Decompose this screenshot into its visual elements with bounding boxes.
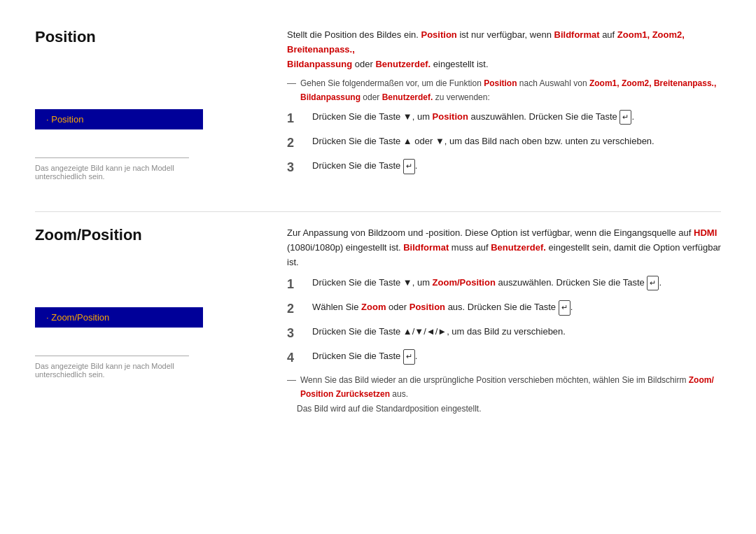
note-text-zoom: Das angezeigte Bild kann je nach Modell … [35, 362, 174, 379]
zoom-step-3: 3 Drücken Sie die Taste ▲/▼/◄/►, um das … [287, 325, 721, 342]
step-num-2: 2 [287, 134, 307, 152]
position-intro: Stellt die Position des Bildes ein. Posi… [287, 28, 721, 71]
section-title-position: Position [35, 28, 252, 46]
zoom-step-num-1: 1 [287, 276, 307, 293]
dash-symbol-2: — [287, 374, 296, 385]
menu-item-zoom: · Zoom/Position [35, 307, 203, 328]
position-intro-text2: ist nur verfügbar, wenn [457, 29, 554, 40]
zoom-intro-text1: Zur Anpassung von Bildzoom und -position… [287, 227, 694, 238]
zoom-intro-hdmi: HDMI [694, 227, 717, 238]
section-position: Position · Position Das angezeigte Bild … [35, 28, 721, 183]
zoom-step-2: 2 Wählen Sie Zoom oder Position aus. Drü… [287, 300, 721, 318]
step-text-3: Drücken Sie die Taste ↵. [312, 159, 417, 174]
right-col-zoom: Zur Anpassung von Bildzoom und -position… [273, 226, 721, 416]
note-zoom: Das angezeigte Bild kann je nach Modell … [35, 356, 189, 379]
section-divider [35, 211, 721, 212]
step-num-1: 1 [287, 110, 307, 127]
position-intro-text1: Stellt die Position des Bildes ein. [287, 29, 421, 40]
zoom-intro: Zur Anpassung von Bildzoom und -position… [287, 226, 721, 269]
position-intro-text5: oder [352, 59, 375, 69]
zoom-step-num-4: 4 [287, 349, 307, 367]
zoom-footer-note: — Wenn Sie das Bild wieder an die ursprü… [287, 374, 721, 400]
zoom-step-text-4: Drücken Sie die Taste ↵. [312, 349, 417, 365]
menu-item-position: · Position [35, 109, 203, 129]
note-position: Das angezeigte Bild kann je nach Modell … [35, 157, 189, 181]
position-steps: 1 Drücken Sie die Taste ▼, um Position a… [287, 110, 721, 177]
enter-icon-1: ↵ [620, 110, 631, 125]
position-intro-text3: auf [600, 29, 617, 40]
zoom-intro-text3: muss auf [449, 242, 491, 253]
zoom-step-num-3: 3 [287, 325, 307, 342]
position-step-3: 3 Drücken Sie die Taste ↵. [287, 159, 721, 176]
enter-icon-3: ↵ [403, 159, 415, 174]
zoom-step-4: 4 Drücken Sie die Taste ↵. [287, 349, 721, 367]
position-dash-text: Gehen Sie folgendermaßen vor, um die Fun… [300, 77, 716, 104]
main-content: Position · Position Das angezeigte Bild … [35, 28, 721, 423]
position-intro-h2: Bildformat [554, 29, 600, 40]
position-step-2: 2 Drücken Sie die Taste ▲ oder ▼, um das… [287, 134, 721, 152]
zoom-step-num-2: 2 [287, 300, 307, 318]
enter-icon-z1: ↵ [647, 276, 659, 291]
zoom-step-1: 1 Drücken Sie die Taste ▼, um Zoom/Posit… [287, 276, 721, 293]
position-intro-h4: Bildanpassung [287, 59, 352, 69]
position-intro-h5: Benutzerdef. [375, 59, 430, 69]
zoom-steps: 1 Drücken Sie die Taste ▼, um Zoom/Posit… [287, 276, 721, 367]
left-col-zoom: Zoom/Position · Zoom/Position Das angeze… [35, 226, 273, 416]
enter-icon-z2: ↵ [559, 300, 570, 316]
position-intro-text6: eingestellt ist. [430, 59, 488, 69]
left-col-position: Position · Position Das angezeigte Bild … [35, 28, 273, 183]
section-zoom-position: Zoom/Position · Zoom/Position Das angeze… [35, 226, 721, 416]
step-text-1: Drücken Sie die Taste ▼, um Position aus… [312, 110, 634, 125]
zoom-intro-text2: (1080i/1080p) eingestellt ist. [287, 242, 403, 253]
zoom-step-text-3: Drücken Sie die Taste ▲/▼/◄/►, um das Bi… [312, 325, 566, 339]
zoom-intro-bd: Benutzerdef. [491, 242, 546, 253]
position-dash-note: — Gehen Sie folgendermaßen vor, um die F… [287, 77, 721, 104]
dash-symbol: — [287, 78, 296, 88]
page-container: Position · Position Das angezeigte Bild … [0, 0, 756, 451]
note-text-position: Das angezeigte Bild kann je nach Modell … [35, 164, 174, 181]
zoom-step-text-1: Drücken Sie die Taste ▼, um Zoom/Positio… [312, 276, 662, 291]
right-col-position: Stellt die Position des Bildes ein. Posi… [273, 28, 721, 183]
step-text-2: Drücken Sie die Taste ▲ oder ▼, um das B… [312, 134, 654, 149]
zoom-footer-sub: Das Bild wird auf die Standardposition e… [297, 402, 721, 416]
position-intro-h1: Position [421, 29, 457, 40]
zoom-footer-text: Wenn Sie das Bild wieder an die ursprüng… [300, 374, 714, 400]
position-step-1: 1 Drücken Sie die Taste ▼, um Position a… [287, 110, 721, 127]
zoom-intro-bf: Bildformat [403, 242, 449, 253]
enter-icon-z4: ↵ [403, 349, 415, 365]
zoom-step-text-2: Wählen Sie Zoom oder Position aus. Drück… [312, 300, 573, 316]
section-title-zoom: Zoom/Position [35, 226, 252, 244]
step-num-3: 3 [287, 159, 307, 176]
